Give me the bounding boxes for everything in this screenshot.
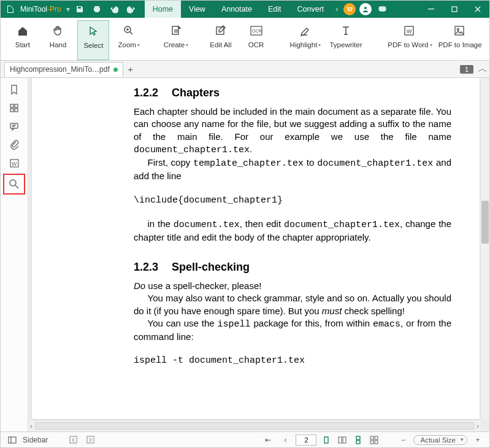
app-dropdown[interactable]: ▾ (65, 5, 71, 14)
section-1-para-2: First, copy template_chapter.tex to docu… (134, 156, 451, 183)
svg-point-5 (380, 8, 381, 9)
view-continuous-facing-icon[interactable] (368, 434, 380, 446)
page-number-input[interactable] (296, 434, 316, 446)
titlebar: MiniTool-Pro ▾ Home View Annotate Edit C… (1, 1, 489, 18)
add-tab-button[interactable]: + (123, 64, 138, 74)
ribbon-highlight[interactable]: Highlight▾ (289, 20, 321, 60)
svg-rect-37 (370, 441, 373, 444)
svg-rect-21 (10, 109, 13, 112)
comments-icon[interactable] (4, 118, 24, 134)
svg-point-18 (457, 29, 459, 31)
app-name-suffix: -Pro (47, 5, 61, 14)
attachments-icon[interactable] (4, 137, 24, 153)
cursor-icon (88, 25, 99, 38)
page-content[interactable]: 1.2.2Chapters Each chapter should be inc… (32, 78, 480, 419)
code-block-2: ispell -t document_chapter1.tex (134, 355, 451, 366)
maximize-button[interactable] (443, 1, 466, 18)
search-icon[interactable] (3, 174, 25, 195)
ribbon-typewriter[interactable]: Typewriter (325, 20, 367, 60)
zoom-select[interactable]: Actual Size (413, 435, 467, 445)
ribbon-editall[interactable]: Edit All (205, 20, 237, 60)
highlight-icon (299, 24, 312, 37)
ocr-icon: OCR (250, 24, 263, 37)
app-name-main: MiniTool (20, 5, 47, 14)
view-continuous-icon[interactable] (352, 434, 364, 446)
svg-rect-29 (87, 436, 94, 443)
svg-text:W: W (12, 161, 17, 167)
menu-view[interactable]: View (181, 1, 213, 18)
svg-rect-35 (370, 436, 373, 439)
collapse-ribbon-icon[interactable]: ︿ (476, 63, 489, 75)
redo-icon[interactable] (123, 1, 140, 18)
view-single-icon[interactable] (320, 434, 332, 446)
ribbon-start[interactable]: Start (7, 20, 39, 60)
sidebar-toggle-icon[interactable] (6, 434, 19, 446)
main-area: W 1.2.2Chapters Each chapter should be i… (1, 78, 489, 431)
thumbnails-icon[interactable] (4, 100, 24, 116)
svg-rect-38 (375, 441, 378, 444)
section-2-heading: 1.2.3Spell-checking (134, 261, 451, 274)
menu-edit[interactable]: Edit (260, 1, 289, 18)
svg-rect-28 (70, 436, 77, 443)
svg-point-7 (383, 8, 384, 9)
prev-page-button[interactable]: ‹ (278, 434, 292, 446)
typewriter-icon (340, 24, 352, 37)
section-1-heading: 1.2.2Chapters (134, 87, 451, 99)
svg-rect-27 (9, 437, 16, 443)
ribbon-pdf-to-word[interactable]: W PDF to Word▾ (387, 20, 434, 60)
cart-icon[interactable] (343, 3, 356, 15)
horizontal-scrollbar[interactable]: ‹› (28, 420, 481, 431)
word-panel-icon[interactable]: W (4, 155, 24, 171)
zoom-icon (123, 24, 135, 37)
svg-point-26 (10, 180, 16, 186)
vertical-scrollbar[interactable] (481, 78, 489, 419)
svg-rect-2 (95, 10, 99, 12)
document-tab[interactable]: Highcompression_MiniTo…pdf (4, 62, 123, 77)
svg-rect-8 (428, 9, 434, 9)
section-2-para-2: You may also want to check grammar, styl… (134, 292, 451, 317)
minimize-button[interactable] (419, 1, 443, 18)
save-icon[interactable] (71, 1, 88, 18)
svg-rect-17 (455, 26, 464, 35)
svg-rect-20 (15, 104, 18, 107)
document-viewer: 1.2.2Chapters Each chapter should be inc… (28, 78, 489, 431)
menu-convert[interactable]: Convert (289, 1, 332, 18)
menu-home[interactable]: Home (145, 1, 181, 18)
section-1-para-1: Each chapter should be included in the m… (134, 106, 451, 156)
ribbon-hand[interactable]: Hand (42, 20, 74, 60)
pdfword-icon: W (403, 24, 416, 37)
undo-icon[interactable] (105, 1, 123, 18)
ribbon-create[interactable]: Create▾ (160, 20, 192, 60)
feedback-icon[interactable] (373, 1, 391, 18)
prev-view-button[interactable] (66, 434, 80, 446)
next-view-button[interactable] (83, 434, 97, 446)
zoom-out-button[interactable]: − (396, 434, 410, 446)
first-page-button[interactable]: ⇤ (261, 434, 275, 446)
svg-rect-36 (375, 436, 378, 439)
section-2-para-3: You can use the ispell package for this,… (134, 317, 451, 344)
document-tab-name: Highcompression_MiniTo…pdf (10, 65, 110, 74)
ribbon-select[interactable]: Select (77, 20, 109, 60)
svg-rect-32 (343, 437, 346, 443)
ribbon-pdf-to-image[interactable]: PDF to Image (437, 20, 483, 60)
zoom-in-button[interactable]: + (471, 434, 484, 446)
app-logo (4, 2, 17, 16)
view-facing-icon[interactable] (336, 434, 348, 446)
ribbon-zoom[interactable]: Zoom▾ (113, 20, 145, 60)
page-badge: 1 (460, 65, 473, 74)
svg-point-3 (364, 7, 367, 9)
close-button[interactable] (466, 1, 489, 18)
pdfimage-icon (453, 24, 467, 37)
menu-annotate[interactable]: Annotate (213, 1, 260, 18)
svg-rect-9 (452, 7, 457, 12)
bookmark-icon[interactable] (4, 82, 24, 98)
create-icon (170, 24, 182, 37)
svg-text:W: W (407, 28, 412, 34)
print-icon[interactable] (88, 1, 105, 18)
menu-overflow-icon[interactable]: › (332, 1, 342, 18)
ribbon-ocr[interactable]: OCR OCR (240, 20, 272, 60)
left-sidebar: W (1, 78, 28, 431)
hand-icon (52, 24, 64, 37)
sidebar-label: Sidebar (23, 436, 48, 444)
account-icon[interactable] (359, 3, 372, 15)
